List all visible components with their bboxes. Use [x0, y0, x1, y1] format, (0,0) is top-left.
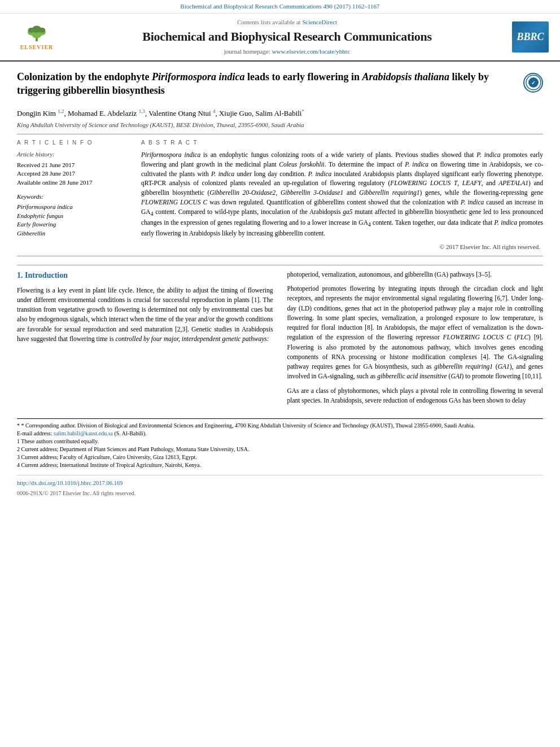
abstract-column: A B S T R A C T Piriformospora indica is…: [141, 139, 543, 251]
footnote-note3: 3 Current address; Faculty of Agricultur…: [17, 453, 543, 461]
science-direct-link[interactable]: ScienceDirect: [302, 19, 337, 25]
doi-link[interactable]: http://dx.doi.org/10.1016/j.bbrc.2017.06…: [17, 480, 123, 486]
intro-section-title: 1. Introduction: [17, 270, 273, 281]
intro-para1-cont: photoperiod, vernalization, autonomous, …: [287, 270, 544, 279]
elsevier-logo: ELSEVIER: [11, 23, 62, 51]
crossmark-badge: ✓: [523, 73, 543, 93]
intro-right-col: photoperiod, vernalization, autonomous, …: [287, 270, 544, 410]
accepted-date: Accepted 28 June 2017: [17, 169, 130, 178]
keyword-3: Early flowering: [17, 220, 130, 229]
journal-header-center: Contents lists available at ScienceDirec…: [62, 18, 512, 56]
history-label: Article history:: [17, 150, 130, 159]
footnote-note1: 1 These authors contributed equally.: [17, 438, 543, 445]
footnote-corresponding: * * Corresponding author. Division of Bi…: [17, 422, 543, 430]
journal-header: ELSEVIER Contents lists available at Sci…: [0, 14, 560, 62]
journal-citation-bar: Biochemical and Biophysical Research Com…: [0, 0, 560, 14]
intro-para1: Flowering is a key event in plant life c…: [17, 286, 273, 344]
article-info-column: A R T I C L E I N F O Article history: R…: [17, 139, 130, 251]
svg-text:✓: ✓: [531, 80, 536, 86]
footnote-note2: 2 Current address; Department of Plant S…: [17, 445, 543, 453]
available-date: Available online 28 June 2017: [17, 178, 130, 187]
introduction-section: 1. Introduction Flowering is a key event…: [17, 265, 543, 410]
info-abstract-columns: A R T I C L E I N F O Article history: R…: [17, 139, 543, 251]
bbrc-logo: BBRC: [512, 21, 549, 53]
journal-title: Biochemical and Biophysical Research Com…: [62, 28, 512, 46]
elsevier-brand-text: ELSEVIER: [20, 43, 54, 51]
footnote-email: E-mail address: salim.babili@kaust.edu.s…: [17, 430, 543, 438]
footnotes-section: * * Corresponding author. Division of Bi…: [17, 418, 543, 469]
title-divider: [17, 134, 543, 134]
keywords-block: Keywords: Piriformospora indica Endophyt…: [17, 193, 130, 238]
article-title-section: Colonization by the endophyte Piriformos…: [17, 70, 543, 102]
article-info-label: A R T I C L E I N F O: [17, 139, 130, 147]
journal-citation-text: Biochemical and Biophysical Research Com…: [180, 3, 379, 10]
svg-point-5: [28, 28, 34, 33]
authors-line: Dongjin Kim 1,2, Mohamad E. Abdelaziz 1,…: [17, 108, 543, 119]
svg-point-6: [39, 28, 45, 33]
article-title: Colonization by the endophyte Piriformos…: [17, 70, 515, 98]
keyword-1: Piriformospora indica: [17, 203, 130, 211]
page: Biochemical and Biophysical Research Com…: [0, 0, 560, 747]
intro-para3: GAs are a class of phytohormones, which …: [287, 386, 544, 406]
email-link[interactable]: salim.babili@kaust.edu.sa: [54, 430, 113, 436]
intro-left-col: 1. Introduction Flowering is a key event…: [17, 270, 273, 410]
affiliation-line: King Abdullah University of Science and …: [17, 121, 543, 129]
main-content: Colonization by the endophyte Piriformos…: [0, 62, 560, 499]
article-history-block: Article history: Received 21 June 2017 A…: [17, 150, 130, 187]
journal-homepage-link[interactable]: www.elsevier.com/locate/ybbrc: [272, 48, 351, 55]
doi-bar: http://dx.doi.org/10.1016/j.bbrc.2017.06…: [17, 475, 543, 498]
abstract-text: Piriformospora indica is an endophytic f…: [141, 150, 543, 238]
journal-homepage-line: journal homepage: www.elsevier.com/locat…: [62, 47, 512, 56]
issn-text: 0006-291X/© 2017 Elsevier Inc. All right…: [17, 490, 135, 496]
intro-para2: Photoperiod promotes flowering by integr…: [287, 284, 544, 382]
crossmark-icon: ✓: [523, 73, 543, 93]
copyright-text: © 2017 Elsevier Inc. All rights reserved…: [141, 243, 543, 251]
keyword-4: Gibberellin: [17, 229, 130, 238]
received-date: Received 21 June 2017: [17, 161, 130, 169]
science-direct-line: Contents lists available at ScienceDirec…: [62, 18, 512, 27]
footnote-note4: 4 Current address; International Institu…: [17, 461, 543, 469]
abstract-label: A B S T R A C T: [141, 139, 543, 147]
abstract-divider: [17, 256, 543, 256]
intro-columns: 1. Introduction Flowering is a key event…: [17, 270, 543, 410]
keywords-label: Keywords:: [17, 193, 130, 201]
keyword-2: Endophytic fungus: [17, 212, 130, 220]
